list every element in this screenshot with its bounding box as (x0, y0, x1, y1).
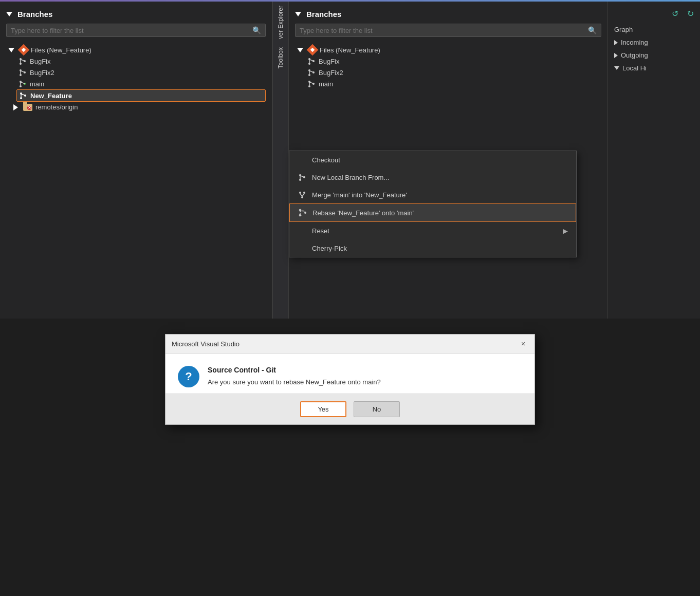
menu-item-merge[interactable]: Merge 'main' into 'New_Feature' (289, 186, 576, 203)
left-panel-title: Branches (17, 10, 52, 18)
branch-icon-newfeature (19, 91, 27, 100)
right-repo-icon (307, 44, 319, 56)
svg-line-36 (302, 194, 304, 196)
dialog-yes-button[interactable]: Yes (300, 401, 346, 417)
outgoing-collapse-icon (614, 53, 618, 58)
branch-icon-bugfix (19, 57, 27, 65)
svg-point-5 (20, 74, 22, 76)
right-branch-bugfix2[interactable]: BugFix2 (305, 67, 601, 78)
right-branch-bugfix[interactable]: BugFix (305, 55, 601, 67)
left-branch-newfeature-label: New_Feature (30, 92, 72, 100)
dialog-body: ? Source Control - Git Are you sure you … (165, 353, 535, 394)
dialog-text-block: Source Control - Git Are you sure you wa… (208, 366, 381, 386)
svg-point-21 (308, 74, 310, 76)
root-collapse-icon (8, 48, 14, 52)
cherrypick-icon (298, 244, 307, 253)
menu-merge-label: Merge 'main' into 'New_Feature' (312, 191, 407, 199)
collapse-icon (6, 12, 12, 16)
new-branch-icon (298, 173, 307, 182)
localhistory-collapse-icon (614, 66, 619, 70)
localhistory-item[interactable]: Local Hi (612, 62, 696, 74)
right-filter-input[interactable] (300, 27, 588, 34)
left-tree-root[interactable]: Files (New_Feature) (6, 44, 266, 55)
right-branch-main[interactable]: main (305, 78, 601, 89)
svg-point-25 (308, 85, 310, 87)
left-branch-bugfix[interactable]: BugFix (16, 55, 266, 67)
menu-rebase-label: Rebase 'New_Feature' onto 'main' (312, 209, 414, 217)
svg-point-34 (301, 196, 303, 198)
right-branch-icon-main (307, 80, 316, 88)
menu-item-checkout[interactable]: Checkout (289, 151, 576, 169)
left-remotes-label: remotes/origin (35, 103, 78, 111)
menu-checkout-label: Checkout (312, 156, 340, 164)
dialog-footer: Yes No (165, 394, 535, 424)
sync-icon[interactable]: ↻ (685, 8, 696, 19)
reset-submenu-arrow: ▶ (563, 227, 568, 235)
left-search-icon: 🔍 (252, 26, 261, 34)
refresh-icon[interactable]: ↺ (669, 8, 680, 19)
right-panel-heading: Branches (295, 10, 601, 18)
right-branch-main-label: main (319, 80, 333, 88)
vertical-tabs-panel: ver Explorer Toolbox (272, 2, 289, 320)
graph-label: Graph (614, 26, 633, 33)
right-root-collapse-icon (297, 48, 303, 52)
dialog-heading: Source Control - Git (208, 366, 381, 374)
left-tree: Files (New_Feature) BugFix (6, 44, 266, 113)
incoming-collapse-icon (614, 40, 618, 45)
dialog-close-button[interactable]: × (518, 339, 528, 349)
left-branch-bugfix-label: BugFix (30, 58, 50, 65)
svg-point-1 (20, 63, 22, 65)
outgoing-item[interactable]: Outgoing (612, 49, 696, 62)
checkout-icon (298, 155, 307, 164)
right-filter-wrap[interactable]: 🔍 (295, 24, 601, 37)
right-branch-bugfix-label: BugFix (319, 58, 339, 65)
left-branches-panel: Branches 🔍 Files (New_Feature) (0, 2, 272, 320)
far-right-panel: ↺ ↻ Graph Incoming Outgoing Local Hi (607, 2, 700, 320)
left-branch-main-label: main (30, 80, 44, 88)
dialog-content-row: ? Source Control - Git Are you sure you … (178, 366, 522, 387)
svg-point-33 (303, 192, 305, 194)
right-search-icon: 🔍 (588, 26, 597, 34)
outgoing-label: Outgoing (621, 51, 648, 59)
right-collapse-icon (295, 12, 301, 16)
left-filter-input[interactable] (11, 27, 252, 34)
left-branch-main[interactable]: main (16, 78, 266, 89)
incoming-item[interactable]: Incoming (612, 36, 696, 49)
tab-server-explorer[interactable]: ver Explorer (276, 2, 285, 43)
dialog-no-button[interactable]: No (354, 401, 400, 417)
right-branch-icon-bugfix2 (307, 68, 316, 77)
left-branch-bugfix2[interactable]: BugFix2 (16, 67, 266, 78)
svg-point-9 (20, 85, 22, 87)
right-branch-bugfix2-label: BugFix2 (319, 69, 343, 77)
remotes-collapse-icon (13, 104, 18, 110)
right-branches-panel: Branches 🔍 Files (New_Feature) (289, 2, 607, 320)
right-tree: Files (New_Feature) BugFix (295, 44, 601, 89)
svg-line-35 (300, 194, 302, 196)
left-filter-wrap[interactable]: 🔍 (6, 24, 266, 37)
dialog-box: Microsoft Visual Studio × ? Source Contr… (165, 334, 535, 425)
menu-item-rebase[interactable]: Rebase 'New_Feature' onto 'main' (289, 203, 576, 222)
svg-point-29 (299, 179, 301, 181)
tab-toolbox[interactable]: Toolbox (276, 43, 285, 72)
menu-item-cherrypick[interactable]: Cherry-Pick (289, 239, 576, 257)
dialog-titlebar: Microsoft Visual Studio × (165, 334, 535, 353)
menu-item-new-branch[interactable]: New Local Branch From... (289, 169, 576, 186)
menu-cherrypick-label: Cherry-Pick (312, 245, 347, 252)
menu-new-branch-label: New Local Branch From... (312, 174, 389, 181)
graph-item[interactable]: Graph (612, 23, 696, 36)
right-root-label: Files (New_Feature) (320, 46, 380, 54)
svg-point-32 (299, 192, 301, 194)
localhistory-label: Local Hi (622, 64, 647, 72)
reset-icon (298, 226, 307, 235)
right-panel-title: Branches (306, 10, 341, 18)
right-tree-root[interactable]: Files (New_Feature) (295, 44, 601, 55)
svg-point-38 (299, 214, 301, 216)
rebase-icon (298, 208, 307, 217)
menu-item-reset[interactable]: Reset ▶ (289, 222, 576, 239)
left-root-label: Files (New_Feature) (31, 46, 91, 54)
menu-reset-label: Reset (312, 227, 329, 235)
merge-icon (298, 190, 307, 199)
left-remotes[interactable]: ✕ remotes/origin (6, 102, 266, 113)
context-menu: Checkout New Local Branch From... (289, 151, 577, 257)
left-branch-newfeature[interactable]: New_Feature (16, 89, 266, 102)
